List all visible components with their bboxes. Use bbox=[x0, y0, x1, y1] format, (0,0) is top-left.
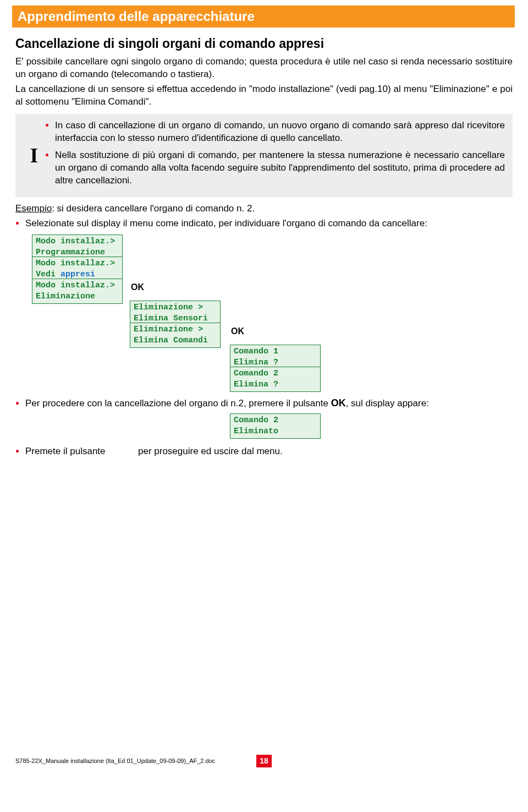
menu-box-elimina-comandi: Eliminazione > Elimina Comandi bbox=[130, 323, 221, 348]
example-label: Esempio bbox=[15, 203, 52, 214]
subsection-title: Cancellazione di singoli organi di coman… bbox=[15, 35, 513, 52]
step-exit: Premete il pulsante per proseguire ed us… bbox=[25, 445, 513, 458]
intro-paragraph-1: E' possibile cancellare ogni singolo org… bbox=[15, 56, 513, 81]
info-icon: I bbox=[23, 119, 45, 192]
step-press-ok: Per procedere con la cancellazione del o… bbox=[25, 396, 513, 410]
ok-label-2: OK bbox=[231, 325, 244, 337]
intro-paragraph-2: La cancellazione di un sensore si effett… bbox=[15, 83, 513, 108]
footer-doc-name: S785-22X_Manuale installazione (Ita_Ed 0… bbox=[15, 757, 215, 765]
menu-box-eliminazione: Modo installaz.> Eliminazione bbox=[32, 279, 123, 304]
page-footer: S785-22X_Manuale installazione (Ita_Ed 0… bbox=[15, 755, 513, 767]
menu-navigation-diagram: Modo installaz.> Programmazione Modo ins… bbox=[32, 235, 513, 394]
menu-box-comando-2: Comando 2 Elimina ? bbox=[230, 367, 321, 393]
note-item-1: In caso di cancellazione di un organo di… bbox=[55, 119, 505, 145]
example-line: Esempio: si desidera cancellare l'organo… bbox=[15, 203, 513, 215]
note-item-2: Nella sostituzione di più organi di coma… bbox=[55, 149, 505, 187]
menu-box-eliminato: Comando 2 Eliminato bbox=[230, 413, 321, 439]
ok-label-1: OK bbox=[131, 281, 144, 293]
info-note: I In caso di cancellazione di un organo … bbox=[15, 114, 513, 197]
step-select-menu: Selezionate sul display il menu come ind… bbox=[25, 217, 513, 230]
section-header: Apprendimento delle apparecchiature bbox=[12, 6, 515, 28]
page-number-badge: 18 bbox=[256, 755, 272, 767]
